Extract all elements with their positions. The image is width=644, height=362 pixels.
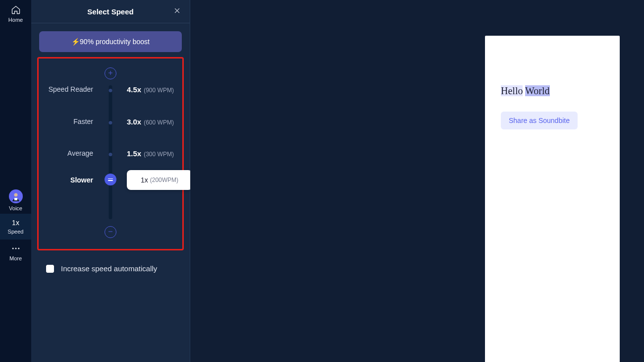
avatar-icon (9, 189, 23, 203)
app-sidebar: Home Voice 1x Speed More (0, 0, 31, 362)
speed-option-faster[interactable]: Faster 3.0x (600 WPM) (44, 112, 177, 131)
speed-selector-highlight: Speed Reader 4.5x (900 WPM) Faster 3.0x … (37, 57, 184, 250)
share-soundbite-button[interactable]: Share as Soundbite (501, 112, 578, 129)
speed-current-tooltip: 1x (200WPM) (127, 170, 192, 190)
sidebar-speed-mult: 1x (12, 219, 19, 227)
speed-option-wpm: (300 WPM) (144, 151, 174, 158)
svg-point-4 (15, 248, 16, 249)
share-soundbite-label: Share as Soundbite (509, 117, 570, 124)
svg-rect-2 (14, 198, 17, 200)
tooltip-mult: 1x (141, 176, 148, 184)
tooltip-wpm: (200WPM) (150, 177, 178, 183)
document-text: Hello World (501, 85, 605, 97)
auto-increase-checkbox[interactable] (46, 265, 54, 273)
more-icon (11, 243, 21, 253)
close-icon (173, 7, 181, 16)
sidebar-item-speed[interactable]: 1x Speed (0, 214, 31, 240)
auto-increase-row: Increase speed automatically (46, 264, 180, 273)
slider-handle[interactable] (105, 174, 116, 185)
plus-icon (107, 69, 113, 78)
boost-label: ⚡90% productivity boost (71, 38, 150, 46)
svg-point-5 (18, 248, 19, 249)
doc-word-1: Hello (501, 85, 523, 96)
close-button[interactable] (171, 5, 183, 17)
speed-increase-button[interactable] (105, 67, 116, 79)
productivity-boost-button[interactable]: ⚡90% productivity boost (39, 31, 182, 52)
sidebar-voice-label: Voice (9, 205, 22, 211)
sidebar-more-label: More (9, 255, 22, 261)
speed-option-label: Slower (44, 176, 108, 184)
speed-option-mult: 4.5x (127, 85, 141, 94)
speed-option-label: Faster (44, 118, 108, 125)
svg-point-1 (14, 193, 17, 197)
speed-option-wpm: (600 WPM) (144, 119, 174, 126)
speed-option-label: Speed Reader (44, 85, 108, 93)
home-icon (11, 5, 21, 15)
panel-header: Select Speed (31, 0, 190, 23)
sidebar-item-more[interactable]: More (0, 240, 31, 265)
speed-panel: Select Speed ⚡90% productivity boost Spe… (31, 0, 190, 362)
speed-option-average[interactable]: Average 1.5x (300 WPM) (44, 143, 177, 163)
document-page: Hello World Share as Soundbite (485, 36, 620, 362)
auto-increase-label: Increase speed automatically (61, 264, 157, 273)
speed-slider[interactable]: Speed Reader 4.5x (900 WPM) Faster 3.0x … (44, 85, 177, 219)
svg-point-3 (12, 248, 13, 249)
speed-option-mult: 3.0x (127, 118, 141, 126)
drag-handle-icon (108, 179, 113, 181)
sidebar-item-home[interactable]: Home (0, 2, 31, 26)
sidebar-item-voice[interactable]: Voice (0, 187, 31, 214)
panel-title: Select Speed (87, 7, 133, 16)
speed-option-mult: 1.5x (127, 149, 141, 158)
doc-word-2: World (525, 85, 550, 96)
sidebar-home-label: Home (8, 17, 23, 23)
speed-decrease-button[interactable] (105, 226, 116, 238)
minus-icon (107, 228, 113, 237)
speed-option-label: Average (44, 149, 108, 157)
speed-option-wpm: (900 WPM) (144, 87, 174, 94)
sidebar-speed-label: Speed (8, 229, 24, 235)
main-area: Hello World Share as Soundbite (190, 0, 644, 362)
speed-option-speed-reader[interactable]: Speed Reader 4.5x (900 WPM) (44, 79, 177, 99)
